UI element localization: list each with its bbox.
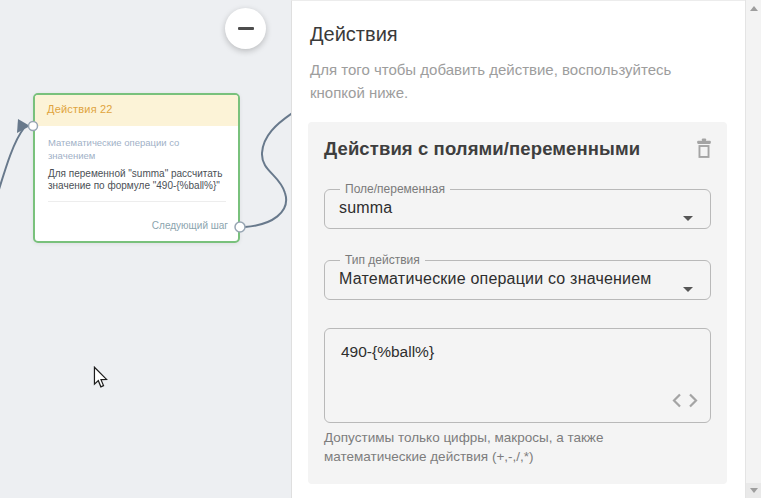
node-title: Действия 22 [47,103,113,115]
action-type-value: Математические операции со значением [339,270,679,288]
minus-icon [238,27,254,30]
chevron-down-icon [683,287,693,292]
connector-layer [0,0,291,498]
panel-title: Действия [310,23,398,46]
action-type-label: Тип действия [340,254,425,267]
formula-value: 490-{%ball%} [341,343,434,361]
field-variable-value: summa [339,199,679,217]
node-body: Математические операции со значением Для… [35,126,238,241]
incoming-connector-line [0,128,24,196]
field-variable-label: Поле/переменная [340,183,450,196]
mouse-cursor-icon [92,366,109,389]
flow-canvas[interactable]: Действия 22 Математические операции со з… [0,0,291,498]
scroll-up-button[interactable] [746,0,761,15]
node-action-type: Математические операции со значением [48,136,220,163]
node-description: Для переменной "summa" рассчитать значен… [48,168,232,193]
arrow-up-icon [750,6,758,11]
next-step-label[interactable]: Следующий шаг [152,220,228,231]
arrow-down-icon [750,488,758,493]
delete-action-button[interactable] [694,138,714,160]
flow-node-card[interactable]: Действия 22 Математические операции со з… [33,93,240,243]
settings-panel: Действия Для того чтобы добавить действи… [291,0,745,498]
action-settings-card: Действия с полями/переменными Поле/перем… [308,122,727,484]
vertical-scrollbar[interactable] [745,0,761,498]
zoom-out-button[interactable] [225,8,266,49]
node-header: Действия 22 [35,95,238,126]
chevron-down-icon [683,216,693,221]
field-variable-select[interactable]: Поле/переменная summa [324,183,711,229]
formula-helper-text: Допустимы только цифры, макросы, а также… [324,428,640,466]
scroll-down-button[interactable] [746,483,761,498]
panel-subtitle: Для того чтобы добавить действие, воспол… [310,59,702,104]
node-divider [48,201,226,202]
insert-macro-button[interactable] [672,392,698,412]
code-brackets-icon [672,392,698,409]
outgoing-connector-line [245,112,291,227]
trash-icon [696,138,712,158]
action-card-title: Действия с полями/переменными [324,138,640,160]
formula-input[interactable]: 490-{%ball%} [324,328,711,423]
connector-arrowhead-icon [17,119,30,133]
action-type-select[interactable]: Тип действия Математические операции со … [324,254,711,300]
app-window: Действия 22 Математические операции со з… [0,0,761,498]
